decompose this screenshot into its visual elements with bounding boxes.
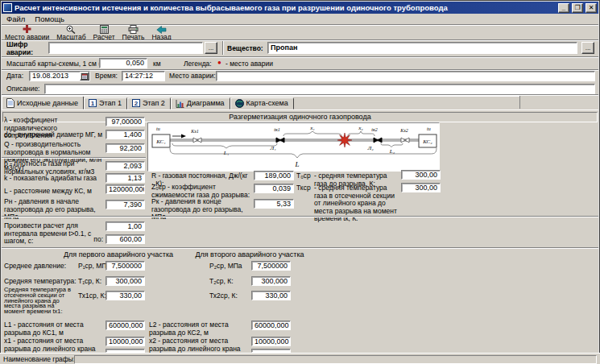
calendar-button[interactable]: [80, 72, 89, 81]
calendar-icon: [81, 73, 88, 80]
rupture-explosion-icon: [337, 133, 352, 147]
content-top-edge: [2, 110, 598, 110]
diagram-seg1-label: L₁: [223, 150, 229, 156]
avg-pressure-field-1[interactable]: 7,500000: [106, 261, 145, 271]
location-label: Место аварии:: [169, 72, 216, 81]
total-length-brace: [170, 148, 437, 158]
valve-k2-icon: [401, 138, 409, 143]
dist-l2-field[interactable]: 60000,000: [251, 321, 291, 330]
separator: [2, 157, 146, 159]
diagram-x1-label: x₁: [309, 125, 315, 131]
interval-to-field[interactable]: 600,00: [106, 234, 145, 244]
segment1-brace: [172, 143, 277, 148]
app-window: Расчет интенсивности истечения и количес…: [0, 0, 600, 364]
diagram-lin1-label: Л₁: [269, 145, 275, 151]
param-tk-symbol: Ткср: [296, 184, 314, 192]
pipeline-diagram: tи КС₁ Kз1 tк1 L₁ Л₁ x₁ x₂ tк2 Л₂ L₂ Kз2: [147, 122, 440, 172]
param-t0-field[interactable]: 300,00: [401, 170, 441, 180]
description-input[interactable]: [44, 84, 595, 94]
segment2-brace: [381, 143, 403, 147]
map-scale-input[interactable]: 0,050: [99, 58, 147, 68]
avg-cutoff-temp-field-2[interactable]: 330,00: [251, 291, 291, 300]
section2-title: Для второго аварийного участка: [169, 251, 330, 259]
location-input[interactable]: [216, 71, 595, 81]
param-capacity-field[interactable]: 92,200: [106, 143, 145, 153]
tab-label: Исходные данные: [17, 99, 78, 107]
param-t0-symbol: Т₀ср: [296, 172, 314, 180]
diagram-t-left-label: tи: [156, 126, 160, 131]
toolbar: Место аварии Масштаб Расчет Печать Назад: [2, 25, 174, 39]
param-pend-label: Рк - давления в конце газопровода до его…: [151, 198, 251, 221]
avg-temp-field-1[interactable]: 300,000: [106, 276, 145, 286]
param-tk-field[interactable]: 300,00: [401, 183, 441, 192]
param-adiabat-label: k - показатель адиабаты газа: [4, 175, 106, 183]
crash-site-marker-icon: ●: [217, 60, 221, 66]
param-gas-constant-field[interactable]: 189,000: [254, 171, 294, 180]
tabstrip-edge-right: [519, 96, 520, 109]
param-diameter-field[interactable]: 1,400: [106, 130, 145, 139]
menu-bar: Файл Помощь: [2, 14, 598, 24]
tab-label: Диаграмма: [187, 99, 225, 107]
x1-brace: [283, 131, 341, 136]
time-input[interactable]: 14:27:12: [122, 71, 165, 81]
print-button[interactable]: Печать: [120, 25, 147, 41]
calculate-button[interactable]: Расчет: [91, 25, 118, 41]
separator: [222, 41, 224, 55]
cipher-input[interactable]: [48, 42, 203, 54]
globe-icon: [235, 99, 244, 108]
crash-site-button[interactable]: Место аварии: [2, 25, 52, 41]
separator: [2, 39, 598, 41]
minimize-button[interactable]: _: [558, 3, 569, 13]
cipher-label: Шифр аварии:: [6, 41, 44, 56]
tab-source-data[interactable]: Исходные данные: [2, 96, 84, 110]
param-pstart-field[interactable]: 7,390: [106, 200, 145, 209]
param-density-field[interactable]: 2,093: [106, 161, 145, 171]
back-button[interactable]: Назад: [149, 25, 173, 41]
avg-pressure-field-2[interactable]: 7,500000: [251, 261, 291, 271]
description-label: Описание:: [6, 85, 39, 93]
close-button[interactable]: ✕: [586, 3, 597, 13]
dist-x2-field[interactable]: 10000,000: [251, 337, 291, 346]
menu-help[interactable]: Помощь: [30, 14, 69, 24]
diagram-tk1-label: tк1: [274, 127, 279, 132]
map-scale-label: Масштаб карты-схемы, 1 см =: [6, 60, 102, 68]
param-lambda-field[interactable]: 97,00000: [106, 117, 145, 126]
time-label: Время:: [95, 72, 118, 81]
date-label: Дата:: [6, 72, 23, 81]
param-length-label: L - расстояние между КС, м: [4, 188, 106, 196]
separator: [2, 56, 598, 58]
avg-cutoff-temp-p2: Тх2ср, К:: [209, 292, 238, 300]
dist-x1-field[interactable]: 10000,000: [106, 337, 145, 346]
dist-l1-field[interactable]: 60000,000: [106, 321, 145, 330]
chart-icon: [176, 99, 184, 108]
substance-browse-button[interactable]: ...: [581, 42, 594, 54]
param-diameter-label: do - внутренний диаметр МГ, м: [4, 131, 106, 139]
tab-map[interactable]: Карта-схема: [230, 97, 294, 110]
diagram-k-right-label: Kз2: [399, 128, 408, 133]
legend-label: Легенда:: [184, 60, 212, 68]
tab-stage-1[interactable]: 1 Этап 1: [84, 97, 127, 110]
scale-button[interactable]: Масштаб: [54, 25, 88, 41]
param-compressibility-field[interactable]: 0,039: [254, 184, 294, 193]
status-label: Наименование графы:: [3, 356, 75, 364]
dist-l1-label: L1 - расстояния от места разрыва до КС1,…: [4, 321, 104, 337]
maximize-button[interactable]: ❐: [572, 3, 583, 13]
param-adiabat-field[interactable]: 1,13: [106, 173, 145, 183]
avg-temp-field-2[interactable]: 300,000: [251, 276, 291, 286]
diagram-lin2-label: Л₂: [366, 145, 374, 151]
diagram-kc2-label: КС₂: [422, 139, 432, 145]
interval-from-field[interactable]: 1,00: [106, 221, 145, 231]
pipeline-diagram-svg: tи КС₁ Kз1 tк1 L₁ Л₁ x₁ x₂ tк2 Л₂ L₂ Kз2: [148, 123, 439, 171]
tab-stage-2[interactable]: 2 Этап 2: [127, 97, 171, 110]
substance-field[interactable]: Пропан: [267, 42, 577, 54]
avg-cutoff-temp-field-1[interactable]: 330,00: [106, 291, 145, 300]
menu-file[interactable]: Файл: [2, 14, 30, 24]
tab-diagram[interactable]: Диаграмма: [171, 97, 230, 110]
status-bar: Наименование графы:: [0, 353, 600, 364]
param-pend-field[interactable]: 5,33: [254, 199, 294, 209]
cipher-browse-button[interactable]: ...: [205, 42, 217, 54]
param-length-field[interactable]: 120000,000: [106, 184, 145, 194]
legend-text: - место аварии: [226, 60, 273, 68]
diagram-t-right-label: tи: [427, 126, 431, 131]
stage2-icon: 2: [132, 99, 140, 107]
